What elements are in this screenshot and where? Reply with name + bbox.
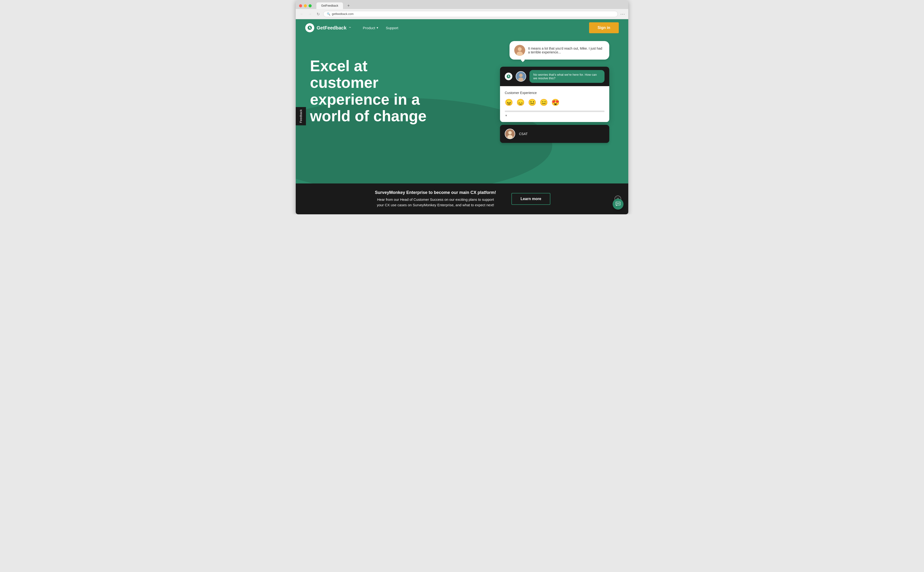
browser-titlebar: GetFeedback + — [296, 0, 628, 9]
logo-text: GetFeedback — [316, 25, 347, 31]
emoji-1[interactable]: 😠 — [505, 98, 513, 106]
svg-point-7 — [508, 131, 512, 135]
survey-dropdown[interactable]: ▼ — [505, 114, 605, 117]
notification-banner: SurveyMonkey Enterprise to become our ma… — [296, 183, 628, 214]
user-bubble-text: It means a lot that you'd reach out, Mik… — [528, 47, 605, 54]
svg-point-1 — [518, 47, 522, 51]
emoji-2[interactable]: 😞 — [516, 98, 525, 106]
support-label: Support — [386, 26, 398, 30]
reload-button[interactable]: ↻ — [315, 11, 321, 17]
address-bar[interactable]: 🔍 getfeedback.com — [323, 11, 618, 17]
csat-card: CSAT — [500, 125, 609, 143]
notification-main-text: SurveyMonkey Enterprise to become our ma… — [374, 190, 497, 195]
agent-bubble: No worries that's what we're here for. H… — [530, 70, 605, 83]
svg-point-5 — [518, 78, 524, 81]
browser-window: GetFeedback + ← → ↻ 🔍 getfeedback.com ⋯ … — [296, 0, 628, 214]
product-nav-link[interactable]: Product ▼ — [363, 26, 379, 30]
chat-button[interactable] — [612, 199, 623, 210]
dropdown-arrow-icon: ▼ — [505, 114, 508, 117]
chevron-down-icon: ▼ — [376, 26, 379, 29]
hero-section: Excel at customer experience in a world … — [296, 36, 628, 183]
survey-progress-bar — [505, 110, 605, 112]
user-avatar — [514, 45, 525, 56]
svg-point-11 — [619, 203, 620, 204]
csat-avatar — [505, 129, 515, 139]
survey-logo-icon — [505, 73, 513, 80]
survey-card: No worries that's what we're here for. H… — [500, 67, 609, 122]
csat-label: CSAT — [519, 132, 528, 136]
survey-card-body: Customer Experience 😠 😞 😐 😑 😍 ▼ — [500, 86, 609, 122]
close-window-button[interactable] — [299, 4, 302, 7]
minimize-window-button[interactable] — [304, 4, 307, 7]
svg-point-8 — [507, 135, 513, 139]
emoji-rating-row: 😠 😞 😐 😑 😍 — [505, 98, 605, 106]
agent-avatar — [516, 71, 526, 82]
search-icon: 🔍 — [327, 12, 330, 16]
svg-point-10 — [618, 203, 619, 204]
svg-point-4 — [519, 73, 523, 77]
hero-headline: Excel at customer experience in a world … — [310, 58, 433, 124]
logo-icon — [305, 23, 314, 32]
maximize-window-button[interactable] — [309, 4, 312, 7]
survey-card-header: No worries that's what we're here for. H… — [500, 67, 609, 86]
browser-tab[interactable]: GetFeedback — [316, 2, 343, 9]
tab-title: GetFeedback — [321, 4, 338, 7]
emoji-3[interactable]: 😐 — [528, 98, 536, 106]
browser-toolbar: ← → ↻ 🔍 getfeedback.com ⋯ — [296, 9, 628, 19]
feedback-tab[interactable]: Feedback — [296, 107, 306, 125]
agent-bubble-text: No worries that's what we're here for. H… — [533, 73, 597, 80]
hero-mockup: It means a lot that you'd reach out, Mik… — [500, 41, 609, 143]
svg-point-9 — [617, 203, 618, 204]
nav-links: Product ▼ Support — [363, 26, 398, 30]
support-nav-link[interactable]: Support — [386, 26, 398, 30]
emoji-5[interactable]: 😍 — [551, 98, 559, 106]
emoji-4[interactable]: 😑 — [540, 98, 548, 106]
forward-button[interactable]: → — [307, 11, 313, 17]
notification-sub-text: Hear from our Head of Customer Success o… — [374, 197, 497, 208]
main-nav: GetFeedback ™ Product ▼ Support Sign in — [296, 19, 628, 36]
product-label: Product — [363, 26, 375, 30]
notification-text-block: SurveyMonkey Enterprise to become our ma… — [374, 190, 497, 208]
address-text: getfeedback.com — [332, 12, 354, 16]
new-tab-button[interactable]: + — [345, 3, 352, 8]
logo: GetFeedback ™ — [305, 23, 351, 32]
browser-more-button[interactable]: ⋯ — [620, 11, 625, 17]
survey-question-label: Customer Experience — [505, 91, 605, 95]
learn-more-button[interactable]: Learn more — [511, 193, 550, 205]
window-controls — [299, 4, 312, 7]
user-speech-bubble: It means a lot that you'd reach out, Mik… — [510, 41, 609, 59]
signin-button[interactable]: Sign in — [589, 22, 619, 33]
page-content: Feedback GetFeedback ™ Product ▼ Support — [296, 19, 628, 214]
back-button[interactable]: ← — [299, 11, 305, 17]
